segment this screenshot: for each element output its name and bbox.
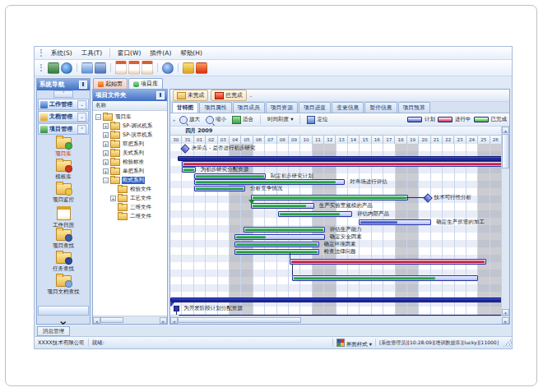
lock-icon[interactable] [183, 62, 194, 74]
sidebar-section-2[interactable]: 项目管理⌃ [38, 123, 89, 135]
sidebar-section-0[interactable]: 工作管理⌄ [38, 99, 89, 110]
menu-item-4[interactable]: 帮助(H) [176, 49, 207, 58]
sidebar-item-5[interactable]: 任务查找 [53, 252, 74, 275]
gantt-tab-2[interactable]: 项目成员 [233, 102, 265, 113]
gantt-toolbar-fit[interactable]: 适合 [230, 115, 255, 125]
sidebar-item-6[interactable]: 项目文档查找 [48, 275, 80, 298]
filter-button-已完成[interactable]: 已完成 [211, 90, 246, 101]
task-bar-15[interactable] [290, 259, 485, 265]
menu-item-2[interactable]: 窗口(W) [114, 49, 145, 58]
computer-icon[interactable] [48, 62, 59, 74]
tree-node-3[interactable]: +双把系列 [93, 140, 167, 149]
collapse-up-button[interactable]: ⌃ [53, 90, 73, 98]
menu-item-3[interactable]: 插件(A) [146, 49, 175, 58]
task-bar-3[interactable] [182, 167, 195, 173]
scroll-left-icon[interactable]: ◂ [170, 317, 178, 324]
expand-icon[interactable]: + [103, 141, 109, 147]
task-bar-14[interactable] [234, 249, 319, 255]
chevron-down-icon[interactable]: ⌄ [77, 100, 86, 109]
sidebar-section-1[interactable]: 文档管理⌄ [38, 111, 89, 122]
gantt-tab-6[interactable]: 暂停信息 [364, 102, 397, 113]
calendar-edit-icon[interactable] [128, 61, 140, 75]
toolbar-grip[interactable] [40, 64, 44, 71]
scroll-thumb[interactable] [100, 317, 123, 323]
collapse-icon[interactable]: − [103, 178, 109, 183]
scroll-thumb[interactable] [502, 134, 509, 168]
expand-icon[interactable]: + [110, 196, 116, 201]
menu-item-1[interactable]: 工具(T) [77, 49, 106, 58]
filter-button-未完成[interactable]: 未完成 [173, 90, 208, 101]
gantt-toolbar-zoom-in[interactable]: 放大 [178, 115, 202, 125]
tree-node-1[interactable]: +SP-调试机系 [93, 122, 167, 131]
chevron-down-icon[interactable]: ⌄ [77, 113, 86, 122]
task-bar-4[interactable] [194, 173, 266, 179]
gantt-tab-5[interactable]: 变更信息 [332, 102, 364, 113]
gantt-chart[interactable]: 四月 2009 30310102030405060708091011121314… [170, 127, 501, 316]
filter-overflow-chevron[interactable]: ⌄ [249, 93, 253, 98]
calendar-new-icon[interactable] [115, 61, 127, 75]
gantt-tab-1[interactable]: 项目属性 [199, 102, 231, 113]
gantt-tab-0[interactable]: 甘特图 [172, 102, 198, 113]
expand-icon[interactable]: + [103, 123, 109, 129]
task-bar-8[interactable] [251, 203, 314, 209]
exit-icon[interactable] [196, 62, 207, 74]
toolbar-overflow-icon[interactable]: » [173, 118, 175, 122]
tree-node-7[interactable]: −欧式系列 [93, 176, 167, 185]
menu-item-0[interactable]: 系统(S) [47, 49, 77, 58]
tree-node-2[interactable]: +SP-演示机系 [93, 131, 167, 140]
expand-icon[interactable]: + [103, 159, 109, 165]
expand-icon[interactable]: + [103, 150, 109, 156]
task-bar-7[interactable] [251, 195, 408, 201]
scroll-up-icon[interactable]: ▴ [502, 127, 509, 133]
task-bar-9[interactable] [278, 211, 352, 217]
gantt-toolbar-locate[interactable]: 定位 [305, 115, 329, 125]
sidebar-item-0[interactable]: 项目库 [55, 137, 72, 160]
folder-save-icon[interactable] [95, 62, 106, 74]
sidebar-item-4[interactable]: 项目查找 [53, 229, 74, 252]
gantt-tab-4[interactable]: 项目进度 [299, 102, 331, 113]
task-bar-5[interactable] [194, 179, 345, 185]
tab-message-management[interactable]: 消息管理 [37, 326, 70, 336]
tree-node-5[interactable]: +检验标准 [93, 158, 167, 167]
scroll-left-icon[interactable]: ◂ [93, 317, 100, 324]
expand-icon[interactable]: + [103, 132, 109, 138]
sidebar-item-1[interactable]: 模板库 [55, 160, 72, 183]
calendar-delete-icon[interactable] [142, 61, 153, 75]
task-bar-10[interactable] [359, 219, 431, 225]
scroll-thumb[interactable] [178, 317, 301, 323]
tree-node-9[interactable]: +工艺文件 [93, 194, 167, 203]
scroll-right-icon[interactable]: ▸ [160, 317, 167, 324]
gantt-tab-7[interactable]: 项目预算 [398, 102, 430, 113]
page-tab-1[interactable]: 项目库 [128, 78, 163, 89]
gantt-horizontal-scrollbar[interactable]: ◂ ▸ [170, 316, 509, 324]
tree-node-0[interactable]: −项目库 [93, 113, 167, 122]
task-bar-16[interactable] [292, 275, 477, 281]
scroll-down-icon[interactable]: ▾ [502, 309, 509, 316]
task-bar-12[interactable] [234, 234, 325, 240]
collapse-icon[interactable]: − [95, 114, 101, 120]
help-globe-icon[interactable] [162, 62, 174, 74]
task-bar-19[interactable] [179, 315, 501, 316]
tree-horizontal-scrollbar[interactable]: ◂ ▸ [93, 316, 167, 324]
interface-style-button[interactable]: 界面样式 ▾ [333, 339, 376, 347]
task-bar-11[interactable] [244, 227, 324, 233]
globe-icon[interactable] [61, 62, 72, 74]
tree-node-8[interactable]: 检验文件 [93, 185, 167, 194]
task-bar-13[interactable] [234, 242, 319, 247]
task-bar-6[interactable] [194, 186, 245, 191]
gantt-toolbar-timescale[interactable]: 时间刻度 ▾ [266, 115, 295, 124]
tree-node-11[interactable]: 二维文件 [93, 212, 167, 221]
gantt-tab-3[interactable]: 项目资源 [266, 102, 298, 113]
expand-icon[interactable]: + [103, 168, 109, 174]
task-bar-17[interactable] [170, 297, 501, 302]
pin-icon[interactable] [156, 91, 165, 99]
tree-node-6[interactable]: +单把系列 [93, 167, 167, 176]
vertical-scrollbar[interactable]: ▴ ▾ [501, 127, 509, 316]
resize-grip[interactable] [504, 339, 512, 347]
gantt-toolbar-zoom-out[interactable]: 缩小 [204, 115, 228, 125]
scroll-right-icon[interactable]: ▸ [502, 317, 509, 324]
page-tab-0[interactable]: 起始页 [93, 78, 128, 89]
sidebar-item-2[interactable]: 项目监控 [53, 183, 74, 206]
chevron-up-icon[interactable]: ⌃ [77, 125, 86, 134]
tree-node-4[interactable]: +美式系列 [93, 149, 167, 158]
